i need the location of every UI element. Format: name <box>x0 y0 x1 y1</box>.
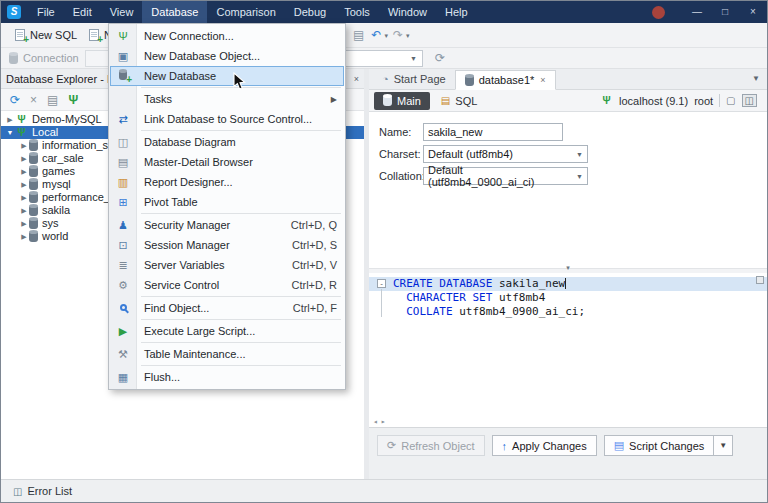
tab-main[interactable]: Main <box>374 92 430 110</box>
redo-icon[interactable]: ↷ <box>391 23 405 48</box>
close-panel-icon[interactable]: × <box>354 69 359 89</box>
code-fold-icon[interactable]: - <box>377 279 386 288</box>
new-document-icon <box>89 29 99 41</box>
sql-line-2[interactable]: CHARACTER SET utf8mb4 <box>369 291 767 305</box>
close-tab-icon[interactable]: × <box>540 75 545 85</box>
menu-item-service-control[interactable]: ⚙Service ControlCtrl+D, R <box>110 275 344 295</box>
menu-item-label: Flush... <box>136 371 180 383</box>
tab-database1[interactable]: database1* × <box>455 70 556 90</box>
layout-icon[interactable]: ◫ <box>742 94 757 107</box>
menu-item-new-database[interactable]: New Database <box>110 66 344 86</box>
tab-start-page[interactable]: ◔ Start Page <box>373 69 455 89</box>
menu-item-label: Tasks <box>136 93 172 105</box>
database-icon <box>465 75 474 86</box>
menubar-item-window[interactable]: Window <box>379 1 436 23</box>
menu-item-execute-large-script[interactable]: ▶Execute Large Script... <box>110 321 344 341</box>
refresh-icon[interactable]: ⟳ <box>10 89 20 111</box>
menu-item-database-diagram[interactable]: ◫Database Diagram <box>110 132 344 152</box>
menu-item-link-database-to-source-control[interactable]: ⇄Link Database to Source Control... <box>110 109 344 129</box>
refresh-connection-icon[interactable]: ⟳ <box>433 46 447 71</box>
undo-icon[interactable]: ↶ <box>369 23 383 48</box>
menubar-item-tools[interactable]: Tools <box>335 1 379 23</box>
document-icon[interactable]: ▢ <box>726 95 735 106</box>
chevron-right-icon[interactable]: ▶ <box>19 217 29 230</box>
menu-item-pivot-table[interactable]: ⊞Pivot Table <box>110 192 344 212</box>
menubar-item-edit[interactable]: Edit <box>64 1 101 23</box>
maximize-button[interactable]: □ <box>711 1 739 23</box>
menu-item-master-detail-browser[interactable]: ▤Master-Detail Browser <box>110 152 344 172</box>
chevron-right-icon[interactable]: ▶ <box>19 191 29 204</box>
database-diagram-icon: ◫ <box>110 136 136 149</box>
editor-split-handle[interactable] <box>756 276 764 284</box>
menubar-item-database[interactable]: Database <box>142 1 207 23</box>
user-avatar[interactable] <box>652 6 665 19</box>
new-sql-icon <box>15 29 25 41</box>
menubar-item-comparison[interactable]: Comparison <box>207 1 284 23</box>
chevron-right-icon[interactable]: ▶ <box>19 204 29 217</box>
script-changes-button[interactable]: ▤ Script Changes <box>604 435 715 456</box>
name-label: Name: <box>379 126 423 138</box>
sql-line-3[interactable]: COLLATE utf8mb4_0900_ai_ci; <box>369 305 767 319</box>
refresh-icon: ⟳ <box>387 439 396 452</box>
redo-dropdown-icon[interactable]: ▾ <box>406 32 410 40</box>
menu-item-security-manager[interactable]: ♟Security ManagerCtrl+D, Q <box>110 215 344 235</box>
collation-select[interactable]: Default (utf8mb4_0900_ai_ci) ▼ <box>423 167 588 185</box>
menubar-item-help[interactable]: Help <box>436 1 477 23</box>
paste-icon[interactable]: ▤ <box>351 23 366 48</box>
menu-item-flush[interactable]: ▦Flush... <box>110 367 344 387</box>
sql-preview-editor[interactable]: - CREATE DATABASE sakila_new CHARACTER S… <box>369 273 767 427</box>
chevron-right-icon[interactable]: ▶ <box>19 178 29 191</box>
tree-item-label: world <box>38 230 68 243</box>
menu-item-report-designer[interactable]: ▥Report Designer... <box>110 172 344 192</box>
connection-icon: Ψ <box>15 113 28 126</box>
charset-select[interactable]: Default (utf8mb4) ▼ <box>423 145 588 163</box>
chevron-down-icon[interactable]: ▼ <box>5 126 15 139</box>
close-button[interactable]: × <box>739 1 767 23</box>
menubar: FileEditViewDatabaseComparisonDebugTools… <box>28 1 477 23</box>
security-manager-icon: ♟ <box>110 219 136 232</box>
chevron-right-icon[interactable]: ▶ <box>19 165 29 178</box>
new-sql-button[interactable]: New SQL <box>9 27 83 43</box>
error-list-tab[interactable]: ◫ Error List <box>6 483 79 499</box>
connection-database-icon <box>9 53 18 64</box>
database-name-input[interactable] <box>423 123 563 141</box>
chevron-right-icon[interactable]: ▶ <box>19 152 29 165</box>
chevron-right-icon[interactable]: ▶ <box>19 139 29 152</box>
chevron-right-icon[interactable]: ▶ <box>19 230 29 243</box>
connection-host: localhost (9.1) <box>619 95 688 107</box>
collation-row: Collation: Default (utf8mb4_0900_ai_ci) … <box>379 165 767 187</box>
tab-overflow-chevron-icon[interactable]: ▼ <box>752 74 760 83</box>
chevron-right-icon[interactable]: ▶ <box>5 113 15 126</box>
script-changes-splitbutton: ▤ Script Changes ▼ <box>604 435 734 456</box>
menu-separator <box>141 213 341 214</box>
menu-item-label: Report Designer... <box>136 176 233 188</box>
refresh-object-button[interactable]: ⟳ Refresh Object <box>377 435 485 456</box>
menu-item-label: Pivot Table <box>136 196 198 208</box>
menu-item-new-connection[interactable]: ΨNew Connection... <box>110 26 344 46</box>
menu-item-label: Link Database to Source Control... <box>136 113 312 125</box>
new-connection-icon[interactable]: Ψ <box>68 89 78 111</box>
menu-item-new-database-object[interactable]: ▣New Database Object... <box>110 46 344 66</box>
properties-icon[interactable]: ▤ <box>47 89 58 111</box>
menu-item-server-variables[interactable]: ≣Server VariablesCtrl+D, V <box>110 255 344 275</box>
apply-changes-label: Apply Changes <box>512 440 587 452</box>
menu-item-table-maintenance[interactable]: ⚒Table Maintenance... <box>110 344 344 364</box>
tab-sql[interactable]: ▤ SQL <box>432 92 486 110</box>
menu-item-find-object[interactable]: Find Object...Ctrl+D, F <box>110 298 344 318</box>
script-changes-dropdown[interactable]: ▼ <box>713 435 733 456</box>
horizontal-scroll-arrows[interactable]: ◂▸ <box>373 417 389 426</box>
collapse-chevron-icon[interactable]: ▾ <box>556 264 580 272</box>
menubar-item-debug[interactable]: Debug <box>285 1 335 23</box>
action-bar: ⟳ Refresh Object ↑ Apply Changes ▤ Scrip… <box>369 427 767 479</box>
delete-icon[interactable]: × <box>30 89 37 111</box>
charset-label: Charset: <box>379 148 423 160</box>
minimize-button[interactable]: — <box>683 1 711 23</box>
undo-dropdown-icon[interactable]: ▾ <box>384 32 388 40</box>
sql-line-1[interactable]: CREATE DATABASE sakila_new <box>369 277 767 291</box>
menubar-item-file[interactable]: File <box>28 1 64 23</box>
tab-sql-label: SQL <box>455 95 477 107</box>
menu-item-session-manager[interactable]: ⊡Session ManagerCtrl+D, S <box>110 235 344 255</box>
menubar-item-view[interactable]: View <box>101 1 143 23</box>
menu-item-tasks[interactable]: Tasks▶ <box>110 89 344 109</box>
apply-changes-button[interactable]: ↑ Apply Changes <box>492 435 597 456</box>
